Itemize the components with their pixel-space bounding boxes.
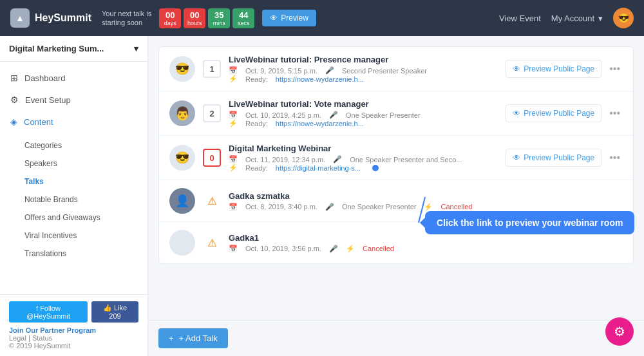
add-talk-label: + Add Talk — [179, 333, 218, 343]
sidebar-sub-talks[interactable]: Talks — [10, 173, 147, 191]
talk-presenter: Second Presenter Speaker — [342, 67, 427, 75]
logo[interactable]: ▲ HeySummit — [10, 8, 91, 28]
project-name: Digital Marketing Sum... — [9, 44, 104, 53]
topnav-right: View Event My Account ▾ 😎 — [499, 8, 634, 28]
talk-rank: 0 — [203, 149, 221, 167]
more-options-button[interactable]: ••• — [607, 62, 623, 76]
talk-info: Digital Marketing Webinar 📅 Oct. 11, 201… — [229, 144, 498, 172]
link-status: Ready: — [245, 120, 268, 127]
sidebar: Digital Marketing Sum... ▾ ⊞ Dashboard ⚙… — [0, 36, 148, 356]
social-buttons: f Follow @HeySummit 👍 Like 209 — [9, 301, 138, 323]
speaker-icon: 🎤 — [325, 203, 334, 211]
callout-dot — [372, 165, 379, 171]
next-talk-label: Your next talk is starting soon — [102, 9, 151, 28]
cancelled-badge: Cancelled — [363, 245, 394, 252]
talk-presenter: One Speaker Presenter and Seco... — [350, 156, 462, 164]
preview-btn-label: Preview — [281, 14, 308, 23]
legal-link[interactable]: Legal — [9, 334, 26, 342]
speaker-icon: 🎤 — [329, 111, 338, 119]
dashboard-icon: ⊞ — [10, 73, 18, 83]
preview-public-page-button[interactable]: 👁 Preview Public Page — [506, 104, 601, 122]
link-status: Ready: — [245, 75, 268, 83]
talk-link-row: ⚡ Ready: https://nowe-wydarzenie.h... — [229, 75, 498, 83]
sidebar-item-dashboard[interactable]: ⊞ Dashboard — [0, 67, 147, 89]
sidebar-sub-notable-brands[interactable]: Notable Brands — [10, 191, 147, 209]
partner-program-link[interactable]: Join Our Partner Program — [9, 326, 138, 334]
facebook-like-button[interactable]: 👍 Like 209 — [91, 301, 138, 323]
add-talk-button[interactable]: + + Add Talk — [158, 328, 228, 348]
talk-info: Gadka szmatka 📅 Oct. 8, 2019, 3:40 p.m. … — [229, 191, 615, 211]
talk-meta: 📅 Oct. 9, 2019, 5:15 p.m. 🎤 Second Prese… — [229, 66, 498, 75]
copyright: © 2019 HeySummit — [9, 342, 71, 350]
avatar: 👨 — [169, 100, 195, 126]
content-icon: ◈ — [10, 117, 17, 127]
talk-meta: 📅 Oct. 10, 2019, 3:56 p.m. 🎤 ⚡ Cancelled — [229, 245, 615, 253]
mins-num: 35 — [211, 10, 227, 20]
calendar-icon: 📅 — [229, 245, 238, 253]
talk-link[interactable]: https://digital-marketing-s... — [276, 164, 361, 172]
talk-date: Oct. 10, 2019, 3:56 p.m. — [245, 245, 321, 252]
countdown-hours: 00 hours — [184, 8, 205, 28]
more-options-button[interactable]: ••• — [607, 151, 623, 165]
calendar-icon: 📅 — [229, 66, 238, 75]
logo-text: HeySummit — [35, 12, 91, 24]
talk-rank: 2 — [203, 104, 221, 122]
chevron-down-icon: ▾ — [598, 14, 603, 23]
view-event-link[interactable]: View Event — [499, 14, 541, 23]
table-row: 😎 1 LiveWebinar tutorial: Presence manag… — [159, 47, 633, 91]
user-avatar[interactable]: 😎 — [613, 8, 634, 28]
talk-meta: 📅 Oct. 8, 2019, 3:40 p.m. 🎤 One Speaker … — [229, 203, 615, 211]
add-icon: + — [169, 333, 174, 343]
avatar — [169, 230, 195, 256]
sidebar-sub-translations[interactable]: Translations — [10, 245, 147, 263]
sidebar-item-label: Content — [24, 117, 53, 127]
page-layout: Digital Marketing Sum... ▾ ⊞ Dashboard ⚙… — [0, 36, 644, 356]
preview-public-page-button[interactable]: 👁 Preview Public Page — [506, 60, 601, 78]
status-link[interactable]: Status — [32, 334, 52, 342]
talk-link[interactable]: https://nowe-wydarzenie.h... — [276, 75, 364, 83]
speaker-icon: 🎤 — [333, 155, 342, 164]
avatar: 👤 — [169, 188, 195, 214]
talk-date: Oct. 8, 2019, 3:40 p.m. — [245, 203, 317, 211]
countdown-days: 00 days — [159, 8, 181, 28]
hours-lbl: hours — [187, 20, 202, 26]
sidebar-item-event-setup[interactable]: ⚙ Event Setup — [0, 89, 147, 111]
sidebar-item-label: Dashboard — [24, 73, 66, 83]
chevron-down-icon: ▾ — [134, 44, 138, 53]
preview-public-page-button[interactable]: 👁 Preview Public Page — [506, 149, 601, 167]
calendar-icon: 📅 — [229, 111, 238, 119]
talk-date: Oct. 10, 2019, 4:25 p.m. — [245, 111, 321, 119]
mins-lbl: mins — [211, 20, 227, 26]
talk-meta: 📅 Oct. 10, 2019, 4:25 p.m. 🎤 One Speaker… — [229, 111, 498, 119]
cancelled-badge: Cancelled — [440, 203, 472, 211]
talk-presenter: One Speaker Presenter — [342, 203, 417, 211]
sidebar-sub-speakers[interactable]: Speakers — [10, 155, 147, 173]
talk-warning-icon: ⚠ — [203, 234, 221, 252]
preview-event-button[interactable]: 👁 Preview — [262, 10, 316, 26]
twitter-follow-button[interactable]: f Follow @HeySummit — [9, 301, 88, 323]
preview-public-label: Preview Public Page — [524, 64, 594, 73]
talk-rank: 1 — [203, 60, 221, 78]
sidebar-sub-offers[interactable]: Offers and Giveaways — [10, 209, 147, 227]
talk-date: Oct. 9, 2019, 5:15 p.m. — [245, 67, 317, 75]
eye-icon: 👁 — [513, 153, 520, 162]
avatar: 😎 — [169, 145, 195, 171]
footer-links: Legal | Status © 2019 HeySummit — [9, 334, 138, 350]
main-content: 😎 1 LiveWebinar tutorial: Presence manag… — [148, 36, 644, 356]
my-account-button[interactable]: My Account ▾ — [551, 14, 603, 23]
table-row: 😎 0 Digital Marketing Webinar 📅 Oct. 11,… — [159, 136, 633, 180]
talk-actions: 👁 Preview Public Page ••• — [506, 60, 623, 78]
sidebar-sub-viral[interactable]: Viral Incentives — [10, 227, 147, 245]
project-selector[interactable]: Digital Marketing Sum... ▾ — [0, 36, 147, 62]
talk-title: Digital Marketing Webinar — [229, 144, 498, 153]
lightning-icon: ⚡ — [229, 164, 238, 172]
sidebar-item-content[interactable]: ◈ Content — [0, 111, 147, 133]
talk-link[interactable]: https://nowe-wydarzenie.h... — [276, 120, 364, 127]
presenter-icon: 🎤 — [329, 245, 338, 253]
talk-warning-icon: ⚠ — [203, 192, 221, 210]
sidebar-sub-categories[interactable]: Categories — [10, 136, 147, 155]
fab-button[interactable]: ⚙ — [605, 317, 634, 346]
lightning-icon: ⚡ — [346, 245, 355, 253]
my-account-label: My Account — [551, 14, 594, 23]
more-options-button[interactable]: ••• — [607, 106, 623, 120]
